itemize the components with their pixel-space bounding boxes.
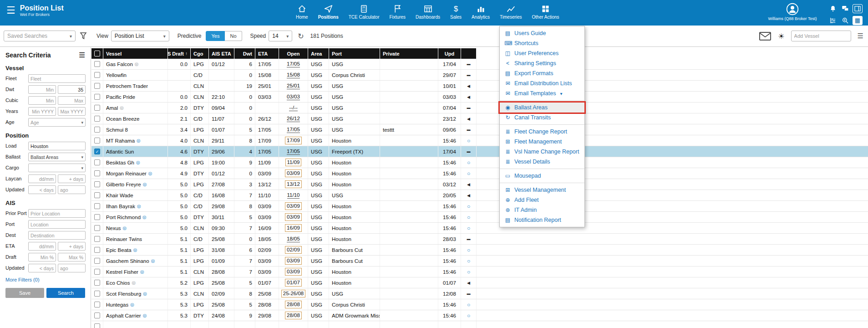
row-checkbox[interactable] [94, 258, 100, 264]
cubic-input-1[interactable] [58, 96, 86, 105]
menu-item-shortcuts[interactable]: ⌨Shortcuts [500, 38, 584, 48]
row-checkbox[interactable] [94, 159, 100, 165]
col-header-open[interactable]: Open [279, 48, 308, 59]
nav-analytics[interactable]: Analytics [472, 2, 490, 24]
menu-item-email-distribution-lists[interactable]: ✉Email Distribution Lists [500, 78, 584, 88]
open-date-link[interactable]: 01/07 [285, 279, 302, 287]
years-input-1[interactable] [58, 107, 86, 116]
row-checkbox[interactable] [94, 236, 100, 242]
save-button[interactable]: Save [5, 288, 44, 298]
table-row[interactable]: Port Richmond◎5.0DTY30/11503/0903/09USGH… [91, 212, 868, 223]
table-row[interactable]: Gilberto Freyre◎5.0LPG27/08313/1213/12US… [91, 179, 868, 190]
row-checkbox[interactable] [94, 280, 100, 286]
table-row[interactable]: Amal◎2.0DTY09/040--/--USGUSG07/04▬ [91, 102, 868, 113]
row-checkbox[interactable] [94, 138, 100, 144]
row-checkbox[interactable] [94, 214, 100, 220]
open-date-link[interactable]: 03/03 [287, 93, 300, 100]
table-row[interactable]: Gas Falcon◎0.0LPG01/12617/0517/05USGUSG1… [91, 59, 868, 70]
table-row[interactable]: Petrochem TraderCLN1925/0125/01USGUSG10/… [91, 81, 868, 92]
open-date-link[interactable]: 11/10 [287, 192, 300, 199]
open-date-link[interactable]: 11/09 [285, 159, 302, 166]
menu-item-fleet-change-report[interactable]: ≣Fleet Change Report [500, 127, 584, 137]
menu-item-export-formats[interactable]: ▤Export Formats [500, 68, 584, 78]
table-row[interactable]: Eco Chios◎5.2LPG25/08501/0701/07USGHoust… [91, 277, 868, 288]
row-checkbox[interactable] [94, 291, 100, 297]
col-header-port[interactable]: Port [329, 48, 380, 59]
table-row[interactable]: Ocean Breeze2.1C/D11/07026/1226/12USGUSG… [91, 113, 868, 124]
col-header-eta[interactable]: ETA [255, 48, 279, 59]
table-row[interactable]: Pacific Pride0.0CLN22:10003/0303/03USGUS… [91, 92, 868, 102]
row-checkbox[interactable] [94, 116, 100, 122]
open-date-link[interactable]: 17/09 [285, 137, 302, 144]
app-menu-icon[interactable]: ☰ [6, 5, 15, 15]
notifications-button[interactable] [827, 3, 839, 14]
table-row[interactable] [91, 321, 868, 328]
row-checkbox[interactable] [94, 203, 100, 209]
open-date-link[interactable]: 28/08 [285, 312, 302, 319]
load-input-0[interactable] [28, 142, 86, 150]
col-header-sel[interactable] [91, 48, 103, 59]
open-date-link[interactable]: 17/05 [287, 126, 300, 133]
menu-item-user-preferences[interactable]: ◫User Preferences [500, 48, 584, 58]
updated-input-1[interactable] [58, 264, 86, 272]
predictive-yes-button[interactable]: Yes [206, 31, 225, 41]
row-checkbox[interactable] [94, 323, 100, 328]
cargo-select[interactable]: ▾ [28, 164, 86, 172]
updated-input-0[interactable] [28, 264, 56, 272]
brightness-icon[interactable]: ☀ [778, 32, 784, 41]
age-select[interactable]: Age▾ [28, 118, 86, 127]
open-date-link[interactable]: 28/08 [285, 301, 302, 308]
view-select[interactable]: Position List ▾ [111, 31, 169, 41]
predictive-no-button[interactable]: No [225, 31, 242, 41]
open-date-link[interactable]: 03/09 [285, 213, 302, 221]
chat-button[interactable] [839, 3, 851, 14]
open-date-link[interactable]: 03/09 [285, 202, 302, 210]
row-checkbox[interactable] [94, 313, 100, 318]
open-date-link[interactable]: 03/09 [285, 257, 302, 265]
apps-button[interactable]: ▦ [852, 15, 863, 26]
col-header-private[interactable]: Private [380, 48, 438, 59]
open-date-link[interactable]: 02/09 [285, 246, 302, 254]
dest-input-0[interactable] [28, 231, 86, 240]
nav-fixtures[interactable]: Fixtures [390, 2, 406, 24]
table-row[interactable]: ✓Atlantic Sun4.6DTY29/06417/0517/05USGFr… [91, 146, 868, 157]
saved-searches-select[interactable]: Saved Searches ▾ [4, 31, 76, 41]
menu-item-email-templates[interactable]: ✉Email Templates▾ [500, 88, 584, 98]
nav-other-actions[interactable]: Other Actions [532, 2, 559, 24]
search-button[interactable]: Search [46, 288, 85, 298]
row-checkbox[interactable] [94, 94, 100, 100]
open-date-link[interactable]: 18/05 [287, 236, 300, 242]
row-checkbox[interactable] [94, 225, 100, 231]
cubic-input-0[interactable] [28, 96, 56, 105]
draft-input-0[interactable] [28, 253, 56, 261]
table-row[interactable]: Schmui 83.4LPG01/07517/0517/05USGUSGtest… [91, 124, 868, 135]
open-date-link[interactable]: 13/12 [285, 180, 302, 188]
menu-item-it-admin[interactable]: ⊛IT Admin [500, 205, 584, 215]
eta-input-1[interactable] [58, 242, 86, 251]
updated-input-1[interactable] [58, 185, 86, 194]
menu-item-mousepad[interactable]: ▭Mousepad [500, 171, 584, 181]
more-filters-link[interactable]: More Filters (0) [5, 277, 85, 282]
add-vessel-input[interactable] [791, 31, 851, 41]
row-checkbox[interactable] [94, 83, 100, 89]
row-checkbox[interactable] [94, 247, 100, 253]
dwt-input-0[interactable] [28, 85, 56, 94]
eta-input-0[interactable] [28, 242, 56, 251]
open-date-link[interactable]: 17/05 [287, 148, 300, 155]
open-date-link[interactable]: 03/09 [285, 268, 302, 276]
table-row[interactable]: Gaschem Shinano◎5.1LPG01/09703/0903/09US… [91, 256, 868, 266]
col-header-status[interactable] [461, 48, 477, 59]
nav-tce-calculator[interactable]: TCE Calculator [349, 2, 380, 24]
col-header-upd[interactable]: Upd [438, 48, 461, 59]
menu-item-vessel-details[interactable]: ≣Vessel Details [500, 157, 584, 167]
col-header-ais_eta[interactable]: AIS ETA [209, 48, 234, 59]
menu-item-canal-transits[interactable]: ↻Canal Transits [500, 113, 584, 123]
menu-item-vsl-name-change-report[interactable]: ≣Vsl Name Change Report [500, 147, 584, 157]
table-row[interactable]: Ilhan Bayrak◎5.0C/D29/08803/0903/09USGHo… [91, 201, 868, 212]
table-row[interactable]: Morgan Reinauer◎4.9DTY01/12003/0903/09US… [91, 168, 868, 179]
table-row[interactable]: Kestrel Fisher◎5.1CLN28/08703/0903/09USG… [91, 266, 868, 277]
nav-sales[interactable]: $ Sales [450, 2, 462, 24]
menu-item-users-guide[interactable]: ▤Users Guide [500, 28, 584, 38]
table-row[interactable]: YellowfinC/D015/0815/08USGCorpus Christi… [91, 70, 868, 81]
select-all-checkbox[interactable] [94, 51, 100, 56]
